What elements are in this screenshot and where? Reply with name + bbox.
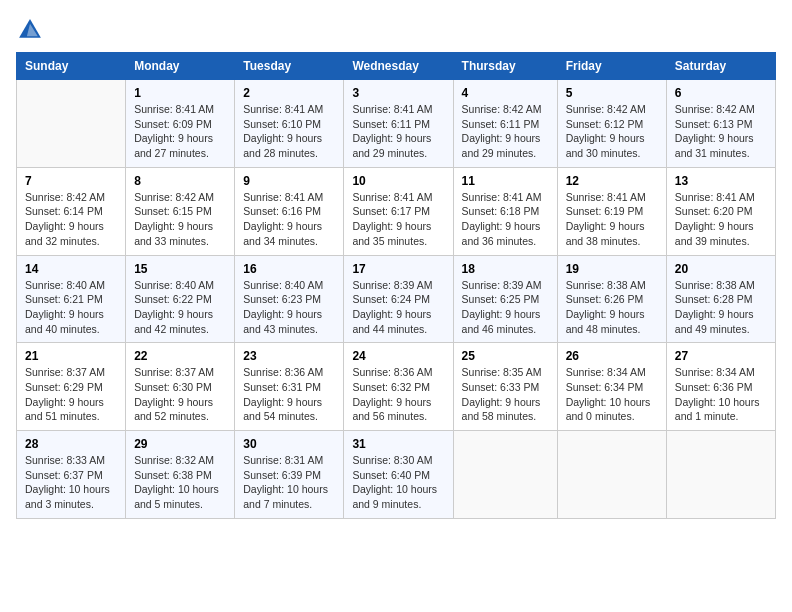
- calendar-cell: 7Sunrise: 8:42 AMSunset: 6:14 PMDaylight…: [17, 167, 126, 255]
- day-number: 30: [243, 437, 335, 451]
- calendar-cell: 11Sunrise: 8:41 AMSunset: 6:18 PMDayligh…: [453, 167, 557, 255]
- calendar-cell: 21Sunrise: 8:37 AMSunset: 6:29 PMDayligh…: [17, 343, 126, 431]
- cell-content: Sunrise: 8:34 AMSunset: 6:34 PMDaylight:…: [566, 365, 658, 424]
- cell-content: Sunrise: 8:31 AMSunset: 6:39 PMDaylight:…: [243, 453, 335, 512]
- cell-content: Sunrise: 8:37 AMSunset: 6:29 PMDaylight:…: [25, 365, 117, 424]
- cell-content: Sunrise: 8:30 AMSunset: 6:40 PMDaylight:…: [352, 453, 444, 512]
- day-number: 19: [566, 262, 658, 276]
- cell-content: Sunrise: 8:41 AMSunset: 6:20 PMDaylight:…: [675, 190, 767, 249]
- cell-content: Sunrise: 8:35 AMSunset: 6:33 PMDaylight:…: [462, 365, 549, 424]
- day-number: 7: [25, 174, 117, 188]
- day-number: 28: [25, 437, 117, 451]
- cell-content: Sunrise: 8:42 AMSunset: 6:14 PMDaylight:…: [25, 190, 117, 249]
- cell-content: Sunrise: 8:32 AMSunset: 6:38 PMDaylight:…: [134, 453, 226, 512]
- cell-content: Sunrise: 8:41 AMSunset: 6:10 PMDaylight:…: [243, 102, 335, 161]
- day-number: 5: [566, 86, 658, 100]
- cell-content: Sunrise: 8:38 AMSunset: 6:26 PMDaylight:…: [566, 278, 658, 337]
- day-number: 3: [352, 86, 444, 100]
- day-number: 8: [134, 174, 226, 188]
- cell-content: Sunrise: 8:41 AMSunset: 6:19 PMDaylight:…: [566, 190, 658, 249]
- day-number: 26: [566, 349, 658, 363]
- calendar-cell: 20Sunrise: 8:38 AMSunset: 6:28 PMDayligh…: [666, 255, 775, 343]
- day-number: 18: [462, 262, 549, 276]
- cell-content: Sunrise: 8:41 AMSunset: 6:11 PMDaylight:…: [352, 102, 444, 161]
- calendar-cell: 15Sunrise: 8:40 AMSunset: 6:22 PMDayligh…: [126, 255, 235, 343]
- calendar-cell: 2Sunrise: 8:41 AMSunset: 6:10 PMDaylight…: [235, 80, 344, 168]
- day-number: 14: [25, 262, 117, 276]
- day-number: 9: [243, 174, 335, 188]
- calendar-cell: 31Sunrise: 8:30 AMSunset: 6:40 PMDayligh…: [344, 431, 453, 519]
- day-number: 1: [134, 86, 226, 100]
- cell-content: Sunrise: 8:42 AMSunset: 6:12 PMDaylight:…: [566, 102, 658, 161]
- cell-content: Sunrise: 8:41 AMSunset: 6:18 PMDaylight:…: [462, 190, 549, 249]
- cell-content: Sunrise: 8:42 AMSunset: 6:13 PMDaylight:…: [675, 102, 767, 161]
- cell-content: Sunrise: 8:36 AMSunset: 6:31 PMDaylight:…: [243, 365, 335, 424]
- day-number: 20: [675, 262, 767, 276]
- calendar-cell: 17Sunrise: 8:39 AMSunset: 6:24 PMDayligh…: [344, 255, 453, 343]
- cell-content: Sunrise: 8:42 AMSunset: 6:11 PMDaylight:…: [462, 102, 549, 161]
- day-number: 6: [675, 86, 767, 100]
- logo: [16, 16, 48, 44]
- cell-content: Sunrise: 8:40 AMSunset: 6:22 PMDaylight:…: [134, 278, 226, 337]
- calendar-cell: 12Sunrise: 8:41 AMSunset: 6:19 PMDayligh…: [557, 167, 666, 255]
- cell-content: Sunrise: 8:41 AMSunset: 6:09 PMDaylight:…: [134, 102, 226, 161]
- day-number: 23: [243, 349, 335, 363]
- calendar-cell: 3Sunrise: 8:41 AMSunset: 6:11 PMDaylight…: [344, 80, 453, 168]
- calendar-cell: [557, 431, 666, 519]
- calendar-cell: 14Sunrise: 8:40 AMSunset: 6:21 PMDayligh…: [17, 255, 126, 343]
- calendar-cell: 5Sunrise: 8:42 AMSunset: 6:12 PMDaylight…: [557, 80, 666, 168]
- calendar-cell: 26Sunrise: 8:34 AMSunset: 6:34 PMDayligh…: [557, 343, 666, 431]
- calendar-cell: 25Sunrise: 8:35 AMSunset: 6:33 PMDayligh…: [453, 343, 557, 431]
- calendar-table: SundayMondayTuesdayWednesdayThursdayFrid…: [16, 52, 776, 519]
- calendar-cell: [666, 431, 775, 519]
- calendar-cell: 22Sunrise: 8:37 AMSunset: 6:30 PMDayligh…: [126, 343, 235, 431]
- calendar-cell: 4Sunrise: 8:42 AMSunset: 6:11 PMDaylight…: [453, 80, 557, 168]
- calendar-week-row: 7Sunrise: 8:42 AMSunset: 6:14 PMDaylight…: [17, 167, 776, 255]
- cell-content: Sunrise: 8:36 AMSunset: 6:32 PMDaylight:…: [352, 365, 444, 424]
- day-number: 22: [134, 349, 226, 363]
- header-tuesday: Tuesday: [235, 53, 344, 80]
- day-number: 21: [25, 349, 117, 363]
- cell-content: Sunrise: 8:33 AMSunset: 6:37 PMDaylight:…: [25, 453, 117, 512]
- calendar-cell: 28Sunrise: 8:33 AMSunset: 6:37 PMDayligh…: [17, 431, 126, 519]
- calendar-cell: 8Sunrise: 8:42 AMSunset: 6:15 PMDaylight…: [126, 167, 235, 255]
- calendar-cell: 6Sunrise: 8:42 AMSunset: 6:13 PMDaylight…: [666, 80, 775, 168]
- day-number: 11: [462, 174, 549, 188]
- day-number: 31: [352, 437, 444, 451]
- page-header: [16, 16, 776, 44]
- cell-content: Sunrise: 8:42 AMSunset: 6:15 PMDaylight:…: [134, 190, 226, 249]
- header-sunday: Sunday: [17, 53, 126, 80]
- header-saturday: Saturday: [666, 53, 775, 80]
- header-wednesday: Wednesday: [344, 53, 453, 80]
- calendar-cell: 9Sunrise: 8:41 AMSunset: 6:16 PMDaylight…: [235, 167, 344, 255]
- calendar-cell: 16Sunrise: 8:40 AMSunset: 6:23 PMDayligh…: [235, 255, 344, 343]
- day-number: 24: [352, 349, 444, 363]
- day-number: 10: [352, 174, 444, 188]
- cell-content: Sunrise: 8:34 AMSunset: 6:36 PMDaylight:…: [675, 365, 767, 424]
- header-friday: Friday: [557, 53, 666, 80]
- calendar-week-row: 14Sunrise: 8:40 AMSunset: 6:21 PMDayligh…: [17, 255, 776, 343]
- cell-content: Sunrise: 8:39 AMSunset: 6:25 PMDaylight:…: [462, 278, 549, 337]
- day-number: 4: [462, 86, 549, 100]
- calendar-cell: 1Sunrise: 8:41 AMSunset: 6:09 PMDaylight…: [126, 80, 235, 168]
- calendar-week-row: 28Sunrise: 8:33 AMSunset: 6:37 PMDayligh…: [17, 431, 776, 519]
- calendar-cell: 13Sunrise: 8:41 AMSunset: 6:20 PMDayligh…: [666, 167, 775, 255]
- day-number: 29: [134, 437, 226, 451]
- cell-content: Sunrise: 8:41 AMSunset: 6:17 PMDaylight:…: [352, 190, 444, 249]
- cell-content: Sunrise: 8:38 AMSunset: 6:28 PMDaylight:…: [675, 278, 767, 337]
- calendar-cell: 24Sunrise: 8:36 AMSunset: 6:32 PMDayligh…: [344, 343, 453, 431]
- calendar-week-row: 1Sunrise: 8:41 AMSunset: 6:09 PMDaylight…: [17, 80, 776, 168]
- calendar-cell: 29Sunrise: 8:32 AMSunset: 6:38 PMDayligh…: [126, 431, 235, 519]
- day-number: 17: [352, 262, 444, 276]
- calendar-cell: 19Sunrise: 8:38 AMSunset: 6:26 PMDayligh…: [557, 255, 666, 343]
- day-number: 25: [462, 349, 549, 363]
- cell-content: Sunrise: 8:41 AMSunset: 6:16 PMDaylight:…: [243, 190, 335, 249]
- day-number: 15: [134, 262, 226, 276]
- header-thursday: Thursday: [453, 53, 557, 80]
- header-monday: Monday: [126, 53, 235, 80]
- cell-content: Sunrise: 8:40 AMSunset: 6:21 PMDaylight:…: [25, 278, 117, 337]
- calendar-cell: 23Sunrise: 8:36 AMSunset: 6:31 PMDayligh…: [235, 343, 344, 431]
- cell-content: Sunrise: 8:40 AMSunset: 6:23 PMDaylight:…: [243, 278, 335, 337]
- calendar-cell: 27Sunrise: 8:34 AMSunset: 6:36 PMDayligh…: [666, 343, 775, 431]
- day-number: 16: [243, 262, 335, 276]
